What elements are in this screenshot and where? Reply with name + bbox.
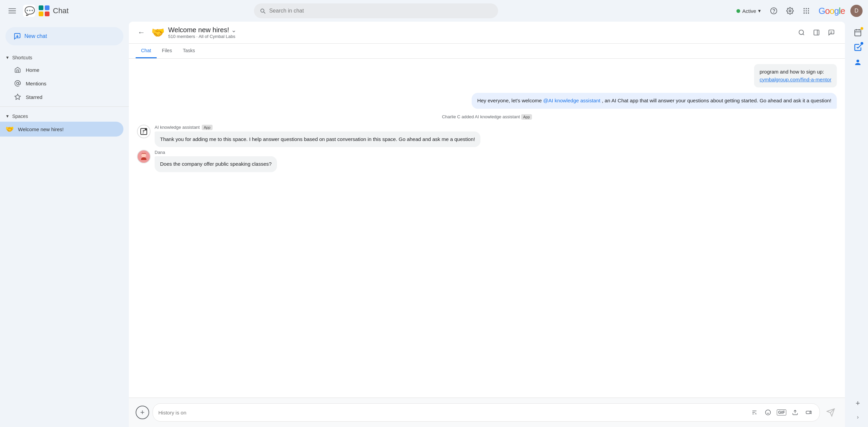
panel-button[interactable] xyxy=(810,26,823,39)
svg-point-13 xyxy=(804,8,805,9)
ai-message-group: ? AI knowledge assistant App Thank you f… xyxy=(137,125,837,147)
space-emoji: 🤝 xyxy=(5,125,14,133)
title-chevron-icon[interactable]: ⌄ xyxy=(231,26,236,34)
sidebar-item-starred[interactable]: Starred xyxy=(0,90,123,104)
calendar-icon-button[interactable] xyxy=(851,26,865,39)
user-avatar[interactable]: D xyxy=(850,5,863,17)
tasks-icon-button[interactable] xyxy=(851,41,865,54)
new-chat-label: New chat xyxy=(24,33,47,39)
menu-button[interactable] xyxy=(5,4,19,18)
video-button[interactable] xyxy=(803,407,814,418)
chat-header-actions xyxy=(795,26,838,39)
new-chat-button[interactable]: New chat xyxy=(5,27,123,45)
shortcuts-header[interactable]: ▼ Shortcuts xyxy=(0,52,129,63)
svg-point-24 xyxy=(17,82,19,85)
search-bar xyxy=(254,3,498,18)
contacts-icon-button[interactable] xyxy=(851,56,865,69)
chat-meta: 510 members · All of Cymbal Labs xyxy=(168,34,795,39)
svg-point-21 xyxy=(808,13,809,14)
right-sidebar: + › xyxy=(848,22,868,427)
active-status-button[interactable]: Active ▾ xyxy=(733,6,764,16)
chat-area: ← 🤝 Welcome new hires! ⌄ 510 members · A… xyxy=(129,22,845,427)
svg-rect-46 xyxy=(855,30,861,36)
ai-message-bubble: Thank you for adding me to this space. I… xyxy=(155,131,480,147)
topbar-right: Active ▾ Google xyxy=(733,4,863,18)
chat-header-emoji: 🤝 xyxy=(151,26,165,39)
svg-text:A: A xyxy=(755,412,757,415)
svg-point-50 xyxy=(856,60,859,62)
add-content-button[interactable]: + xyxy=(136,406,149,419)
dana-avatar xyxy=(137,150,151,163)
svg-point-26 xyxy=(799,30,804,35)
home-label: Home xyxy=(26,67,39,73)
chat-header-info: Welcome new hires! ⌄ 510 members · All o… xyxy=(168,26,795,39)
text-format-button[interactable]: A xyxy=(749,407,760,418)
ai-sender: AI knowledge assistant App xyxy=(155,125,837,130)
emoji-button[interactable] xyxy=(763,407,773,418)
spaces-label: Spaces xyxy=(12,114,28,119)
shortcuts-section: ▼ Shortcuts Home Mentions xyxy=(0,51,129,105)
active-label: Active xyxy=(742,8,756,14)
mentions-label: Mentions xyxy=(26,81,46,86)
svg-point-17 xyxy=(806,10,807,12)
app-logo: 💬 Chat xyxy=(23,5,68,17)
chevron-down-icon: ▼ xyxy=(5,114,9,119)
right-sidebar-add-button[interactable]: + xyxy=(851,396,865,410)
tab-tasks[interactable]: Tasks xyxy=(177,44,200,58)
message-group-prev: program and how to sign up: cymbalgroup.… xyxy=(137,64,837,90)
gif-button[interactable]: GIF xyxy=(776,407,787,418)
ai-app-badge: App xyxy=(202,125,213,130)
chat-input-inner: A GIF xyxy=(153,403,820,422)
sidebar: New chat ▼ Shortcuts Home Mentions xyxy=(0,22,129,427)
right-sidebar-chevron-icon[interactable]: › xyxy=(854,411,861,423)
upload-button[interactable] xyxy=(790,407,801,418)
svg-point-15 xyxy=(808,8,809,9)
topbar: 💬 Chat Active ▾ xyxy=(0,0,868,22)
svg-rect-9 xyxy=(45,12,50,16)
tasks-badge xyxy=(861,42,863,45)
charlie-message-group: Hey everyone, let's welcome @AI knowledg… xyxy=(137,93,837,109)
calendar-badge xyxy=(861,27,863,30)
ai-avatar: ? xyxy=(137,125,151,138)
sidebar-item-home[interactable]: Home xyxy=(0,63,123,77)
spaces-header[interactable]: ▼ Spaces xyxy=(0,108,129,122)
apps-button[interactable] xyxy=(800,4,813,18)
app-title: Chat xyxy=(53,6,68,15)
sidebar-divider xyxy=(0,106,129,107)
sidebar-space-welcome[interactable]: 🤝 Welcome new hires! xyxy=(0,122,123,137)
charlie-message-bubble: Hey everyone, let's welcome @AI knowledg… xyxy=(472,93,837,109)
svg-rect-28 xyxy=(814,30,819,35)
back-button[interactable]: ← xyxy=(136,26,147,39)
message-input[interactable] xyxy=(158,410,746,415)
search-chat-button[interactable] xyxy=(795,26,808,39)
chat-input-row: + A xyxy=(136,403,838,422)
settings-button[interactable] xyxy=(783,4,797,18)
svg-text:💬: 💬 xyxy=(24,6,35,16)
sidebar-item-mentions[interactable]: Mentions xyxy=(0,77,123,90)
tab-chat[interactable]: Chat xyxy=(136,44,157,58)
chevron-down-icon: ▼ xyxy=(5,55,9,60)
svg-rect-8 xyxy=(39,12,43,16)
chat-input-area: + A xyxy=(129,398,845,427)
svg-rect-0 xyxy=(8,8,16,9)
system-app-badge: App xyxy=(521,114,532,120)
shortcuts-label: Shortcuts xyxy=(12,55,32,60)
tab-files[interactable]: Files xyxy=(157,44,178,58)
dana-message-content: Dana Does the company offer public speak… xyxy=(155,150,837,172)
mentor-link[interactable]: cymbalgroup.com/find-a-mentor xyxy=(760,77,831,82)
search-input[interactable] xyxy=(269,8,493,14)
main-layout: New chat ▼ Shortcuts Home Mentions xyxy=(0,22,868,427)
help-button[interactable] xyxy=(767,4,781,18)
svg-point-18 xyxy=(808,10,809,12)
starred-label: Starred xyxy=(26,94,42,100)
thread-button[interactable] xyxy=(825,26,838,39)
svg-point-20 xyxy=(806,13,807,14)
svg-point-19 xyxy=(804,13,805,14)
ai-message-content: AI knowledge assistant App Thank you for… xyxy=(155,125,837,147)
chevron-down-icon: ▾ xyxy=(758,8,761,14)
ai-mention[interactable]: @AI knowledge assistant xyxy=(543,98,600,103)
messages-area: program and how to sign up: cymbalgroup.… xyxy=(129,59,845,398)
svg-line-27 xyxy=(803,34,804,35)
svg-rect-2 xyxy=(8,13,16,14)
send-button[interactable] xyxy=(823,405,838,420)
